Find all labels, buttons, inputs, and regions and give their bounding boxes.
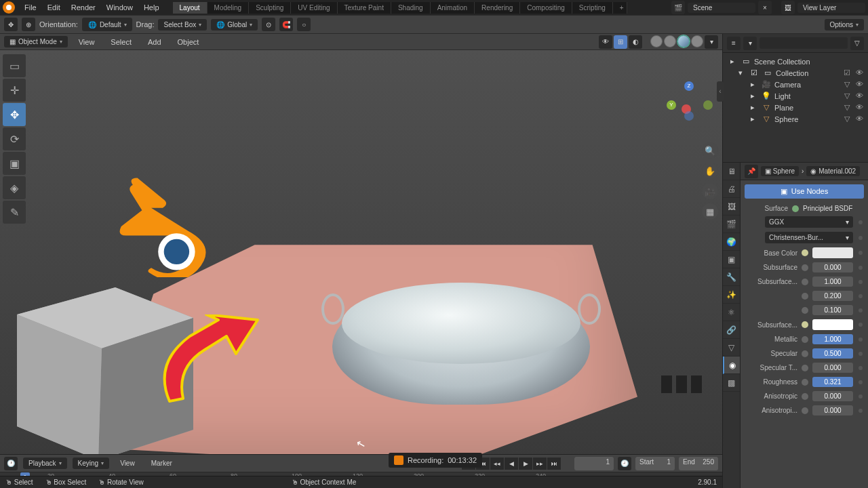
prop-Subsurface[interactable]: Subsurface...1.000 xyxy=(741,274,868,289)
outliner-display-icon[interactable]: ▾ xyxy=(743,37,757,50)
mode-dropdown[interactable]: ▦Object Mode xyxy=(4,36,68,47)
ptab-physics[interactable]: ⚛ xyxy=(723,304,740,321)
timeline-type-icon[interactable]: 🕐 xyxy=(4,457,18,470)
bowl-object[interactable] xyxy=(332,277,590,413)
pan-icon[interactable]: ✋ xyxy=(702,163,718,179)
distribution-dropdown[interactable]: GGX▾ xyxy=(765,216,853,228)
outliner-item-sphere[interactable]: ▸▽Sphere▽👁 xyxy=(724,113,867,125)
scene-close-icon[interactable]: × xyxy=(758,1,772,14)
restrict-icon[interactable]: ▽ xyxy=(842,80,852,89)
gizmo-z-axis[interactable]: Z xyxy=(684,81,694,91)
eye-icon[interactable]: 👁 xyxy=(854,115,864,123)
gizmo-y-axis[interactable]: Y xyxy=(667,100,676,110)
workspace-tab-animation[interactable]: Animation xyxy=(431,2,475,14)
cursor-tool-icon[interactable]: ✥ xyxy=(4,18,18,31)
add-menu[interactable]: Add xyxy=(142,36,167,48)
options-dropdown[interactable]: Options xyxy=(825,19,864,30)
prop-speculart[interactable]: Specular T...0.000 xyxy=(741,361,868,375)
add-workspace-tab[interactable]: + xyxy=(613,2,627,14)
prop-roughness[interactable]: Roughness0.321 xyxy=(741,375,868,389)
use-nodes-button[interactable]: ▣Use Nodes xyxy=(745,184,864,199)
keying-menu[interactable]: Keying xyxy=(73,458,110,469)
ptab-scene[interactable]: 🎬 xyxy=(723,216,740,233)
wireframe-shading[interactable] xyxy=(650,35,663,47)
workspace-tab-compositing[interactable]: Compositing xyxy=(520,2,572,14)
pivot-icon[interactable]: ⊙ xyxy=(262,18,275,31)
prop-anisotropi[interactable]: Anisotropi...0.000 xyxy=(741,403,868,418)
workspace-tab-uv-editing[interactable]: UV Editing xyxy=(291,2,337,14)
ptab-object[interactable]: ▣ xyxy=(723,251,740,268)
outliner-item-light[interactable]: ▸💡Light▽👁 xyxy=(724,90,867,102)
overlay-icon[interactable]: ⊞ xyxy=(614,35,627,49)
end-frame[interactable]: End250 xyxy=(679,457,718,470)
select-menu[interactable]: Select xyxy=(105,36,137,48)
transform-tool[interactable]: ◈ xyxy=(3,176,26,199)
rotate-tool[interactable]: ⟳ xyxy=(3,127,26,150)
start-frame[interactable]: Start1 xyxy=(635,457,675,470)
move-tool[interactable]: ✥ xyxy=(3,103,26,126)
prop-Subsurface[interactable]: 0.200 xyxy=(741,289,868,303)
prop-subsurface[interactable]: Subsurface0.000 xyxy=(741,260,868,274)
crumb-material[interactable]: ◉ Material.002 xyxy=(806,166,860,176)
scene-name[interactable]: Scene xyxy=(688,3,755,13)
ptab-modifiers[interactable]: 🔧 xyxy=(723,268,740,286)
shading-dropdown-icon[interactable]: ▾ xyxy=(705,35,718,49)
solid-shading[interactable] xyxy=(664,35,676,47)
sidebar-toggle[interactable]: ‹ xyxy=(717,81,724,102)
crumb-object[interactable]: ▣ Sphere xyxy=(761,166,799,176)
workspace-tab-scripting[interactable]: Scripting xyxy=(572,2,613,14)
proportional-icon[interactable]: ○ xyxy=(297,18,311,31)
transform-orientation[interactable]: 🌐Global xyxy=(211,19,258,30)
outliner-search[interactable] xyxy=(760,37,848,49)
viewport-canvas[interactable]: ↖ xyxy=(0,50,722,454)
outliner-item-plane[interactable]: ▸▽Plane▽👁 xyxy=(724,102,867,113)
ptab-output[interactable]: 🖨 xyxy=(723,180,740,198)
eye-icon[interactable]: 👁 xyxy=(854,92,864,100)
outliner-item-camera[interactable]: ▸🎥Camera▽👁 xyxy=(724,79,867,90)
menu-help[interactable]: Help xyxy=(138,1,165,14)
surface-value[interactable]: Principled BSDF xyxy=(803,205,863,212)
gizmo-neg-z[interactable] xyxy=(684,111,694,121)
prop-specular[interactable]: Specular0.500 xyxy=(741,346,868,361)
prop-basecolor[interactable]: Base Color xyxy=(741,245,868,260)
rendered-shading[interactable] xyxy=(691,35,703,47)
pin-icon[interactable]: 📌 xyxy=(745,165,758,178)
gizmo-visibility-icon[interactable]: 👁 xyxy=(599,35,612,49)
ptab-data[interactable]: ▽ xyxy=(723,339,740,357)
eye-icon[interactable]: 👁 xyxy=(854,103,864,112)
menu-window[interactable]: Window xyxy=(101,1,138,14)
timeline-marker[interactable]: Marker xyxy=(146,458,178,469)
playback-menu[interactable]: Playback xyxy=(23,458,67,469)
exclude-icon[interactable]: ☑ xyxy=(842,68,852,77)
subsurf-method-dropdown[interactable]: Christensen-Bur...▾ xyxy=(765,232,853,243)
cursor-tool[interactable]: ✛ xyxy=(3,79,26,102)
outliner-filter-icon[interactable]: ▽ xyxy=(850,37,864,50)
restrict-icon[interactable]: ▽ xyxy=(842,92,852,100)
play-reverse-icon[interactable]: ◀ xyxy=(505,458,518,470)
scene-collection-row[interactable]: ▸▭Scene Collection xyxy=(724,56,867,67)
restrict-icon[interactable]: ▽ xyxy=(842,115,852,123)
eye-icon[interactable]: 👁 xyxy=(854,68,864,77)
prop-subsurface[interactable]: Subsurface... xyxy=(741,317,868,332)
jump-end-icon[interactable]: ⏭ xyxy=(547,458,561,470)
view-layer-name[interactable]: View Layer xyxy=(797,3,865,13)
prop-metallic[interactable]: Metallic1.000 xyxy=(741,332,868,346)
move-tool-icon[interactable]: ⊕ xyxy=(22,18,35,31)
restrict-icon[interactable]: ▽ xyxy=(842,103,852,112)
prop-Subsurface[interactable]: 0.100 xyxy=(741,303,868,317)
ptab-texture[interactable]: ▩ xyxy=(723,374,740,392)
frame-sync-icon[interactable]: 🕘 xyxy=(618,457,631,470)
menu-file[interactable]: File xyxy=(19,1,42,14)
select-tool[interactable]: ▭ xyxy=(3,54,26,77)
workspace-tab-modeling[interactable]: Modeling xyxy=(208,2,250,14)
scale-tool[interactable]: ▣ xyxy=(3,152,26,175)
eye-icon[interactable]: 👁 xyxy=(854,80,864,89)
ptab-constraints[interactable]: 🔗 xyxy=(723,321,740,339)
ptab-particles[interactable]: ✨ xyxy=(723,286,740,304)
workspace-tab-layout[interactable]: Layout xyxy=(173,2,208,14)
current-frame[interactable]: 1 xyxy=(574,457,614,470)
play-icon[interactable]: ▶ xyxy=(519,458,532,470)
next-key-icon[interactable]: ▸▸ xyxy=(533,458,547,470)
gizmo-neg-y[interactable] xyxy=(703,100,713,110)
menu-edit[interactable]: Edit xyxy=(42,1,66,14)
